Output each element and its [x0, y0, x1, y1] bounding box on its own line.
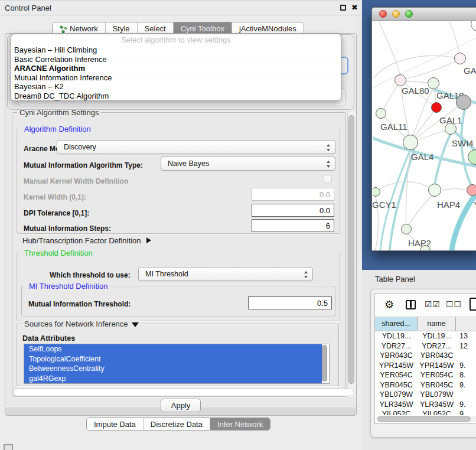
table-cell: YBR045C [375, 380, 418, 390]
attribute-item[interactable]: gal4RGexp [24, 374, 322, 384]
table-cell: YDL19... [375, 331, 418, 341]
settings-hscrollbar[interactable] [13, 389, 354, 396]
algorithm-option[interactable]: ARACNE Algorithm [11, 64, 341, 73]
tab-infer-network-label: Infer Network [217, 420, 263, 429]
expander-down-icon [132, 322, 139, 327]
chevron-updown-icon [327, 160, 331, 168]
table-cell: 12 [456, 341, 476, 351]
network-canvas[interactable]: GALGAL80GAL10GAL1GAL11SWI4GAL4GCY1HAP4YH… [373, 21, 476, 250]
algorithm-option[interactable]: Dream8 DC_TDC Algorithm [11, 92, 341, 101]
table-row[interactable]: YBL079WYBL079W [375, 390, 476, 400]
dropdown-placeholder: Select algorithm to view settings [11, 34, 341, 45]
table-row[interactable]: YBR045CYBR045C9. [375, 380, 476, 390]
table-row[interactable]: YIL052CYIL052C9 [375, 409, 476, 415]
algorithm-option[interactable]: Bayesian – Hill Climbing [11, 45, 341, 55]
aracne-mode-value: Discovery [64, 143, 96, 151]
network-node-hap4[interactable] [428, 184, 441, 197]
close-traffic-light-icon[interactable] [379, 10, 387, 18]
network-node-gal1[interactable] [431, 102, 442, 113]
table-cell [456, 351, 476, 361]
network-node-swi4[interactable] [445, 123, 457, 135]
minimize-traffic-light-icon[interactable] [392, 10, 400, 18]
float-window-icon[interactable] [340, 5, 346, 11]
settings-scrollbar-thumb[interactable] [348, 115, 354, 384]
table-cell: YIL052C [375, 409, 418, 415]
gear-icon[interactable]: ⚙ [384, 298, 394, 311]
mi-threshold-field[interactable] [248, 296, 332, 309]
sources-title[interactable]: Sources for Network Inference [22, 319, 141, 328]
node-table: ⚙ ☑☑ ☐☐ shared... name YDL19...YDL19...1… [374, 293, 476, 424]
control-panel-title: Control Panel [5, 4, 51, 12]
tab-impute-data[interactable]: Impute Data [87, 418, 144, 430]
tab-discretize-data[interactable]: Discretize Data [144, 418, 210, 430]
table-row[interactable]: YDL19...YDL19...13 [375, 331, 476, 341]
document-icon[interactable] [470, 298, 476, 311]
network-node-gal11[interactable] [376, 108, 386, 119]
bottom-tabs: Impute Data Discretize Data Infer Networ… [86, 418, 270, 431]
select-all-icon[interactable]: ☑☑ [425, 299, 441, 309]
manual-kernel-label: Manual Kernel Width Definition [24, 177, 128, 185]
attribute-item[interactable]: TopologicalCoefficient [24, 354, 322, 364]
table-hscrollbar[interactable] [376, 416, 476, 422]
tab-network[interactable]: Network [53, 22, 106, 34]
network-node-gal4[interactable] [403, 135, 418, 150]
table-toolbar: ⚙ ☑☑ ☐☐ [375, 294, 476, 317]
apply-button[interactable]: Apply [161, 399, 201, 412]
table-hscrollbar-thumb[interactable] [377, 416, 471, 422]
column-browser-icon[interactable] [406, 300, 416, 309]
table-cell [456, 390, 476, 400]
table-row[interactable]: YPR145WYPR145W9. [375, 361, 476, 371]
table-row[interactable]: YER054CYER054C8. [375, 370, 476, 380]
kernel-width-field[interactable] [252, 188, 334, 201]
dpi-tolerance-field[interactable] [252, 204, 334, 217]
aracne-mode-select[interactable]: Discovery [57, 140, 335, 154]
tab-cyni-toolbox-label: Cyni Toolbox [181, 24, 224, 33]
deselect-all-icon[interactable]: ☐☐ [446, 299, 462, 309]
node-label: GAL11 [380, 122, 407, 132]
data-attributes-list[interactable]: SelfLoopsTopologicalCoefficientBetweenne… [24, 344, 330, 384]
close-icon[interactable]: ✖ [351, 3, 358, 12]
table-cell: 8. [456, 370, 476, 380]
network-node[interactable] [456, 94, 471, 110]
algorithm-option[interactable]: Mutual Information Inference [11, 73, 341, 83]
tab-infer-network[interactable]: Infer Network [210, 418, 270, 430]
network-node-hap2[interactable] [401, 224, 412, 234]
node-label: GAL4 [411, 152, 433, 162]
tab-discretize-data-label: Discretize Data [151, 420, 203, 429]
network-window: GALGAL80GAL10GAL1GAL11SWI4GAL4GCY1HAP4YH… [371, 7, 476, 251]
algorithm-option[interactable]: Basic Correlation Inference [11, 55, 341, 64]
attributes-scrollbar[interactable] [322, 345, 327, 381]
column-header-shared-name[interactable]: shared... [375, 317, 418, 331]
network-node-gal10[interactable] [428, 77, 439, 89]
mi-type-select[interactable]: Naive Bayes [161, 156, 335, 171]
table-row[interactable]: YBR043CYBR043C [375, 351, 476, 361]
tab-jactivemnodules[interactable]: jActiveMNodules [232, 22, 304, 34]
network-node-y[interactable] [467, 184, 476, 196]
network-node-gal80[interactable] [395, 74, 406, 86]
table-row[interactable]: YDR27...YDR27...12 [375, 341, 476, 351]
attribute-item[interactable]: BetweennessCentrality [24, 364, 322, 374]
table-row[interactable]: YLR345WYLR345W9. [375, 400, 476, 410]
which-threshold-value: MI Threshold [145, 270, 188, 278]
node-label: GAL [464, 66, 476, 76]
table-cell: 9. [456, 380, 476, 390]
manual-kernel-checkbox[interactable] [324, 175, 332, 183]
algorithm-dropdown-popup: Select algorithm to view settings Bayesi… [11, 34, 341, 101]
table-header: shared... name [375, 317, 476, 331]
which-threshold-select[interactable]: MI Threshold [138, 267, 313, 281]
tab-style[interactable]: Style [106, 22, 138, 34]
column-header-clipped[interactable] [456, 317, 476, 331]
hub-definition-expander[interactable]: Hub/Transcription Factor Definition [22, 236, 151, 245]
dock-panel-icon[interactable] [4, 444, 13, 450]
network-node-gal[interactable] [454, 53, 466, 64]
mi-type-value: Naive Bayes [168, 159, 209, 168]
mi-steps-field[interactable] [252, 219, 334, 232]
network-window-titlebar[interactable] [372, 8, 476, 21]
attribute-item[interactable]: SelfLoops [24, 344, 322, 354]
column-header-name[interactable]: name [418, 317, 456, 331]
table-cell: YBL079W [375, 390, 418, 400]
tab-select[interactable]: Select [138, 22, 174, 34]
algorithm-option[interactable]: Bayesian – K2 [11, 82, 341, 92]
zoom-traffic-light-icon[interactable] [405, 10, 413, 18]
tab-cyni-toolbox[interactable]: Cyni Toolbox [174, 22, 232, 34]
